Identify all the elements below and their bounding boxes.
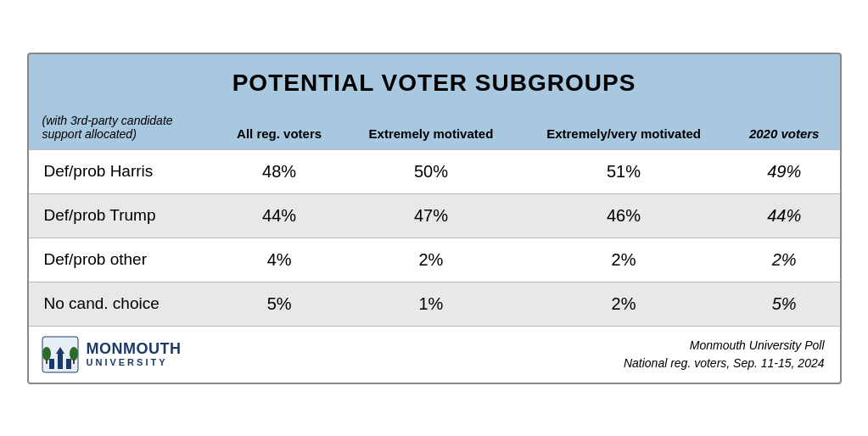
table-row: Def/prob Trump 44% 47% 46% 44% — [29, 193, 840, 238]
row-val-3: 2% — [518, 238, 729, 282]
col-header-subtitle: (with 3rd-party candidate support alloca… — [29, 105, 216, 150]
row-val-2: 2% — [344, 238, 518, 282]
row-label: No cand. choice — [29, 282, 216, 326]
col-header-3: Extremely/very motivated — [518, 105, 729, 150]
logo-university: UNIVERSITY — [87, 357, 182, 367]
row-val-4: 44% — [729, 193, 840, 238]
row-val-3: 46% — [518, 193, 729, 238]
row-val-1: 44% — [216, 193, 344, 238]
card: POTENTIAL VOTER SUBGROUPS (with 3rd-part… — [27, 53, 842, 384]
row-val-3: 2% — [518, 282, 729, 326]
table-row: No cand. choice 5% 1% 2% 5% — [29, 282, 840, 326]
row-val-2: 50% — [344, 149, 518, 193]
row-val-4: 49% — [729, 149, 840, 193]
logo-monmouth: MONMOUTH — [87, 341, 182, 358]
col-header-2: Extremely motivated — [344, 105, 518, 150]
row-label: Def/prob Trump — [29, 193, 216, 238]
data-table: (with 3rd-party candidate support alloca… — [29, 105, 840, 326]
row-val-1: 48% — [216, 149, 344, 193]
svg-rect-1 — [49, 359, 54, 369]
logo: MONMOUTH UNIVERSITY — [41, 335, 182, 374]
row-label: Def/prob Harris — [29, 149, 216, 193]
svg-rect-7 — [73, 359, 75, 364]
svg-rect-2 — [58, 354, 63, 369]
row-val-1: 4% — [216, 238, 344, 282]
svg-point-4 — [42, 347, 51, 361]
svg-rect-5 — [46, 359, 48, 364]
row-val-2: 1% — [344, 282, 518, 326]
row-val-4: 2% — [729, 238, 840, 282]
row-val-2: 47% — [344, 193, 518, 238]
footer: MONMOUTH UNIVERSITY Monmouth University … — [29, 326, 840, 383]
row-val-1: 5% — [216, 282, 344, 326]
svg-point-6 — [70, 347, 78, 361]
row-val-3: 51% — [518, 149, 729, 193]
row-val-4: 5% — [729, 282, 840, 326]
logo-text: MONMOUTH UNIVERSITY — [87, 341, 182, 368]
col-header-1: All reg. voters — [216, 105, 344, 150]
footer-citation: Monmouth University Poll National reg. v… — [624, 337, 825, 372]
table-row: Def/prob Harris 48% 50% 51% 49% — [29, 149, 840, 193]
svg-rect-3 — [66, 359, 71, 369]
table-row: Def/prob other 4% 2% 2% 2% — [29, 238, 840, 282]
row-label: Def/prob other — [29, 238, 216, 282]
card-title: POTENTIAL VOTER SUBGROUPS — [29, 54, 840, 105]
monmouth-logo-icon — [41, 335, 80, 374]
col-header-4: 2020 voters — [729, 105, 840, 150]
